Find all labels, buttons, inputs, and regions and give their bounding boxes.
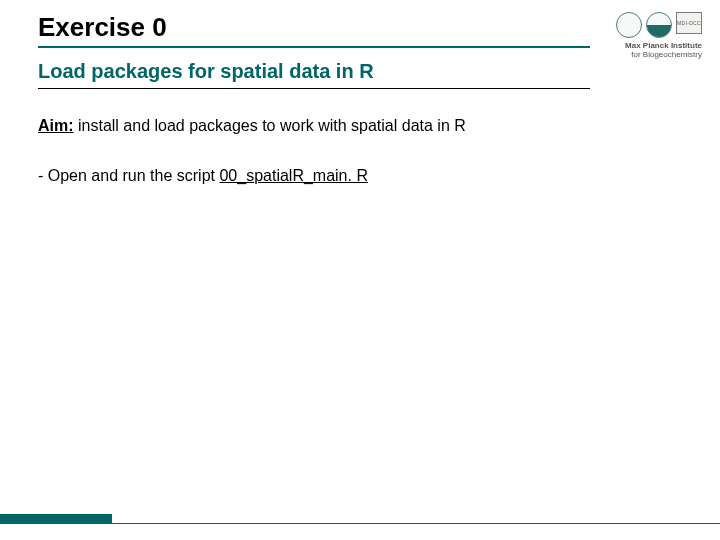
globe-logo-icon (646, 12, 672, 38)
title-underline (38, 46, 590, 48)
minerva-logo-icon (616, 12, 642, 38)
aim-text: install and load packages to work with s… (74, 117, 466, 134)
mdi-badge-icon: MDI-DCC (676, 12, 702, 34)
aim-label: Aim: (38, 117, 74, 134)
institute-name: Max Planck Institute for Biogeochemistry (625, 42, 702, 60)
title-row: Exercise 0 MDI-DCC (38, 12, 702, 49)
subheading: Load packages for spatial data in R (38, 60, 374, 83)
footer-accent-bar (0, 514, 112, 524)
subheading-underline (38, 88, 590, 89)
instruction-prefix: - Open and run the script (38, 167, 219, 184)
institute-line2: for Biogeochemistry (625, 51, 702, 60)
script-filename: 00_spatialR_main. R (219, 167, 368, 184)
slide-title: Exercise 0 (38, 12, 167, 49)
slide: Exercise 0 MDI-DCC Max Planck Institute … (0, 0, 720, 540)
aim-line: Aim: install and load packages to work w… (38, 117, 466, 135)
instruction-line: - Open and run the script 00_spatialR_ma… (38, 167, 368, 185)
logo-group: MDI-DCC (616, 12, 702, 38)
